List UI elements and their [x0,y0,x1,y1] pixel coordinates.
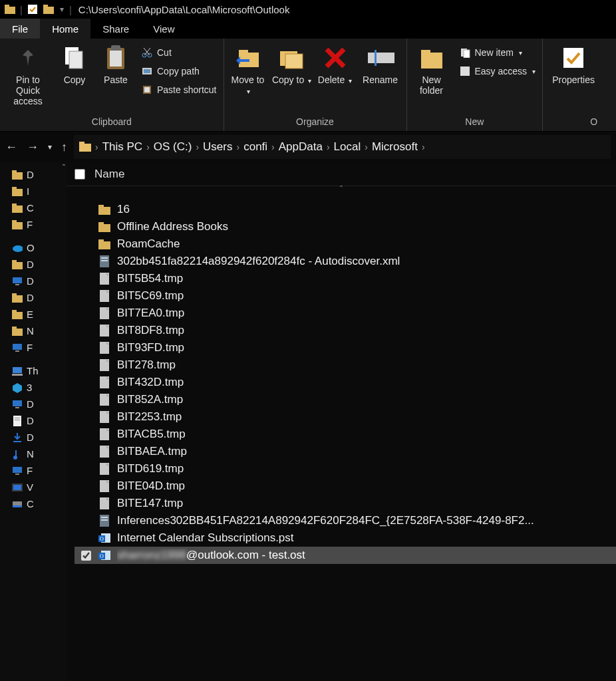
file-row-selected[interactable]: Osharronz1998@outlook.com - test.ost [75,547,616,564]
tree-item[interactable]: F [0,216,67,233]
tree-item[interactable]: D [0,429,67,446]
tree-item[interactable]: D [0,256,67,273]
paste-shortcut-button[interactable]: Paste shortcut [138,82,220,97]
file-row[interactable]: OInternet Calendar Subscriptions.pst [75,529,616,547]
file-row[interactable]: BITBAEA.tmp [75,443,616,460]
tree-item[interactable]: D [0,412,67,429]
copy-icon [61,44,88,72]
file-row[interactable]: BIT7EA0.tmp [75,305,616,322]
tree-item[interactable]: C [0,495,67,512]
copy-to-button[interactable]: Copy to ▾ [272,41,312,115]
tree-item[interactable]: E [0,306,67,323]
file-row[interactable]: Offline Address Books [75,218,616,235]
tree-item[interactable]: C [0,200,67,216]
chevron-right-icon[interactable]: › [196,142,199,152]
chevron-right-icon[interactable]: › [422,142,425,152]
tab-file[interactable]: File [0,19,40,39]
select-all-checkbox[interactable] [75,169,85,180]
crumb-os-c[interactable]: OS (C:) [154,140,192,154]
delete-icon [321,44,349,72]
tree-item[interactable]: 3 [0,379,67,396]
chevron-right-icon[interactable]: › [237,142,240,152]
video-icon [12,482,23,493]
file-row[interactable]: 16 [75,201,616,218]
svg-rect-55 [13,367,22,373]
svg-rect-63 [13,441,21,442]
file-row[interactable]: BIT278.tmp [75,356,616,374]
nav-up-button[interactable]: ↑ [61,140,67,154]
cut-button[interactable]: Cut [138,45,220,60]
breadcrumb[interactable]: › This PC › OS (C:) › Users › confi › Ap… [74,135,611,159]
crumb-appdata[interactable]: AppData [279,140,323,154]
file-row[interactable]: BIT5B54.tmp [75,270,616,287]
nav-back-button[interactable]: ← [5,140,17,154]
new-folder-button[interactable]: New folder [411,41,452,115]
tree-item[interactable]: N [0,323,67,339]
column-header-name[interactable]: Name [94,168,124,181]
chevron-right-icon[interactable]: › [271,142,275,152]
tree-item[interactable]: O [0,239,67,256]
folder-qat-icon[interactable] [43,3,55,15]
crumb-this-pc[interactable]: This PC [102,140,142,154]
tree-item[interactable]: F [0,339,67,356]
file-checkbox[interactable] [81,551,91,561]
file-row[interactable]: Inferences302BB451FA82214A892942F620F284… [75,512,616,529]
title-bar: | ▾ | C:\Users\confi\AppData\Local\Micro… [0,0,616,19]
file-row[interactable]: BITACB5.tmp [75,426,616,443]
crumb-microsoft[interactable]: Microsoft [372,140,418,154]
copy-button[interactable]: Copy [56,41,93,115]
chevron-right-icon[interactable]: › [95,142,98,152]
tree-item[interactable]: N [0,446,67,462]
file-row[interactable]: 302bb451fa82214a892942f620f284fc - Autod… [75,253,616,270]
crumb-local[interactable]: Local [334,140,361,154]
paste-button[interactable]: Paste [97,41,134,115]
crumb-users[interactable]: Users [203,140,232,154]
move-to-button[interactable]: Move to ▾ [228,41,268,115]
file-name: BIT5B54.tmp [117,272,183,285]
tree-item[interactable]: D [0,166,67,183]
tree-item[interactable]: I [0,183,67,200]
navigation-tree[interactable]: ˆ DICFODDDENFTh3DDDNFVC [0,162,67,681]
tab-share[interactable]: Share [90,19,141,39]
folder-icon [98,238,110,250]
chevron-right-icon[interactable]: › [327,142,330,152]
tree-item[interactable]: F [0,462,67,479]
nav-recent-dropdown[interactable]: ▾ [48,142,52,152]
scroll-up-icon[interactable]: ˆ [63,164,65,173]
properties-qat-icon[interactable] [27,3,39,15]
tree-item[interactable]: D [0,396,67,412]
qat-dropdown-icon[interactable]: ▾ [60,5,64,14]
tab-home[interactable]: Home [40,19,90,39]
pin-to-quick-access-button[interactable]: Pin to Quick access [4,41,52,115]
file-row[interactable]: BIT432D.tmp [75,374,616,391]
copy-path-button[interactable]: Copy path [138,64,220,78]
file-row[interactable]: BITE147.tmp [75,495,616,512]
folder-icon [79,141,91,154]
tree-item[interactable]: D [0,289,67,306]
file-row[interactable]: RoamCache [75,235,616,253]
chevron-right-icon[interactable]: › [146,142,150,152]
svg-rect-8 [110,51,122,67]
tree-item[interactable]: Th [0,362,67,379]
tree-item[interactable]: V [0,479,67,495]
file-row[interactable]: BIT2253.tmp [75,408,616,426]
crumb-confi[interactable]: confi [243,140,267,154]
chevron-right-icon[interactable]: › [365,142,368,152]
properties-button[interactable]: Properties [547,41,600,115]
file-row[interactable]: BIT5C69.tmp [75,287,616,305]
file-row[interactable]: BIT852A.tmp [75,391,616,408]
easy-access-button[interactable]: Easy access▾ [456,64,539,78]
file-row[interactable]: BIT93FD.tmp [75,339,616,356]
new-item-button[interactable]: New item▾ [456,45,539,60]
nav-forward-button[interactable]: → [27,140,39,154]
tree-item[interactable]: D [0,273,67,289]
rename-button[interactable]: Rename [359,41,402,115]
file-row[interactable]: BIT8DF8.tmp [75,322,616,339]
tab-view[interactable]: View [141,19,186,39]
file-row[interactable]: BITD619.tmp [75,460,616,477]
new-item-label: New item [475,47,514,58]
delete-button[interactable]: Delete ▾ [316,41,355,115]
svg-rect-44 [12,260,17,263]
pin-label: Pin to Quick access [4,74,52,106]
file-row[interactable]: BITE04D.tmp [75,477,616,495]
